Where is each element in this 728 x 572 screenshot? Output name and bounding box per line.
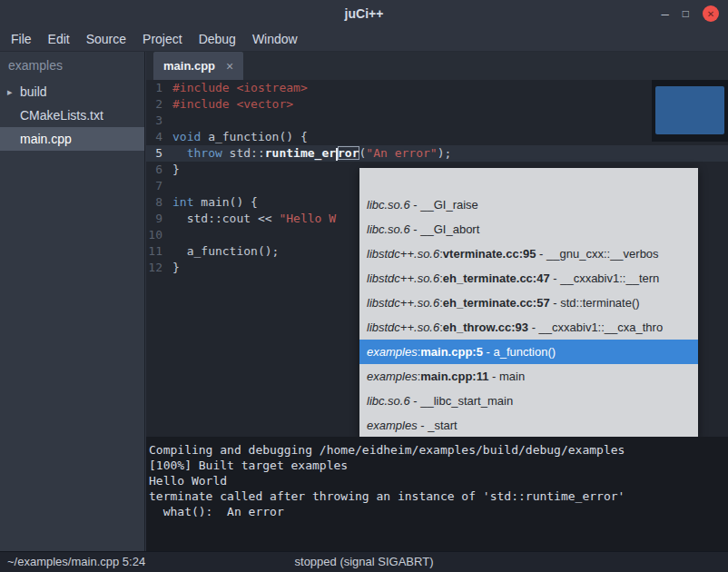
callstack-part: eh_terminate.cc:57 — [443, 296, 550, 310]
tree-item-cmakelists.txt[interactable]: CMakeLists.txt — [0, 104, 144, 127]
line-number: 10 — [146, 227, 170, 243]
minimize-icon[interactable]: – — [661, 9, 668, 18]
close-icon[interactable]: ✕ — [703, 5, 719, 22]
code-text: int main() { — [170, 194, 258, 211]
line-number: 11 — [146, 243, 170, 260]
code-segment: "Hello W — [279, 212, 336, 225]
callstack-row-5[interactable]: libstdc++.so.6:eh_terminate.cc:57 - std:… — [359, 291, 698, 315]
line-number: 2 — [146, 96, 170, 113]
code-segment: std::cout << — [172, 212, 279, 225]
project-name: examples — [0, 52, 144, 80]
line-number: 12 — [146, 260, 170, 276]
code-line-1[interactable]: 1#include <iostream> — [146, 80, 728, 96]
code-text: void a_function() { — [170, 129, 308, 145]
titlebar[interactable]: juCi++ – □ ✕ — [0, 0, 728, 27]
code-line-5[interactable]: 5 throw std::runtime_error("An error"); — [146, 145, 728, 162]
callstack-row-7[interactable]: examples:main.cpp:5 - a_function() — [359, 340, 698, 364]
tree-item-main.cpp[interactable]: main.cpp — [0, 127, 144, 151]
code-line-4[interactable]: 4void a_function() { — [146, 129, 728, 145]
window-controls: – □ ✕ — [661, 0, 719, 27]
overlay-selection — [655, 86, 724, 134]
callstack-part: - __cxxabiv1::__cxa_thro — [528, 321, 663, 334]
callstack-part: examples — [367, 370, 418, 383]
console-panel[interactable]: Compiling and debugging /home/eidheim/ex… — [146, 437, 728, 551]
console-line: Hello World — [149, 473, 728, 488]
tab-close-icon[interactable]: × — [226, 59, 233, 74]
code-text: a_function(); — [170, 243, 279, 260]
code-segment: main() { — [193, 195, 257, 209]
line-number: 9 — [146, 211, 170, 227]
code-segment: } — [172, 163, 180, 176]
status-file-position: ~/examples/main.cpp 5:24 — [7, 552, 145, 572]
menu-project[interactable]: Project — [134, 27, 191, 51]
code-line-2[interactable]: 2#include <vector> — [146, 96, 728, 113]
tab-label: main.cpp — [163, 59, 215, 73]
callstack-part: libstdc++.so.6 — [367, 247, 439, 261]
callstack-list: libc.so.6 - __GI_raiselibc.so.6 - __GI_a… — [359, 168, 698, 438]
line-number: 4 — [146, 129, 170, 145]
menu-debug[interactable]: Debug — [191, 27, 244, 51]
callstack-row-4[interactable]: libstdc++.so.6:eh_terminate.cc:47 - __cx… — [359, 266, 698, 291]
code-segment: a_function(); — [172, 244, 279, 258]
menubar-items: FileEditSourceProjectDebugWindow — [0, 27, 728, 52]
menu-window[interactable]: Window — [244, 27, 306, 51]
callstack-part: libstdc++.so.6 — [367, 321, 439, 334]
console-line: what(): An error — [149, 504, 728, 519]
console-line: terminate called after throwing an insta… — [149, 488, 728, 504]
callstack-part: - _start — [418, 419, 457, 432]
callstack-row-9[interactable]: libc.so.6 - __libc_start_main — [359, 389, 698, 413]
callstack-row-2[interactable]: libc.so.6 - __GI_abort — [359, 217, 698, 242]
callstack-part: libstdc++.so.6 — [367, 271, 439, 285]
callstack-part: vterminate.cc:95 — [443, 247, 536, 261]
code-segment: ); — [438, 146, 452, 160]
code-segment: } — [172, 261, 180, 274]
line-number: 3 — [146, 113, 170, 129]
callstack-row-8[interactable]: examples:main.cpp:11 - main — [359, 364, 698, 389]
callstack-part: examples — [367, 345, 418, 359]
code-text: std::cout << "Hello W — [170, 211, 336, 227]
line-number: 7 — [146, 178, 170, 194]
code-text: #include <vector> — [170, 96, 293, 113]
menu-edit[interactable]: Edit — [40, 27, 78, 51]
line-number: 6 — [146, 162, 170, 178]
code-text: #include <iostream> — [170, 80, 308, 96]
callstack-part: libstdc++.so.6 — [367, 296, 439, 310]
code-text — [170, 113, 172, 129]
line-number: 8 — [146, 194, 170, 211]
overlay-panel — [652, 80, 728, 142]
menu-source[interactable]: Source — [78, 27, 134, 51]
tree-item-label: CMakeLists.txt — [20, 108, 103, 123]
menu-file[interactable]: File — [3, 27, 40, 51]
callstack-row-0[interactable] — [359, 168, 698, 192]
callstack-row-3[interactable]: libstdc++.so.6:vterminate.cc:95 - __gnu_… — [359, 242, 698, 266]
maximize-icon[interactable]: □ — [683, 7, 689, 20]
callstack-part: - __gnu_cxx::__verbos — [536, 247, 658, 261]
tab-main-cpp[interactable]: main.cpp × — [153, 52, 243, 80]
callstack-part: libc.so.6 — [367, 198, 410, 212]
callstack-part: - main — [488, 370, 525, 383]
code-segment: runtime_er — [265, 146, 336, 160]
code-line-3[interactable]: 3 — [146, 113, 728, 129]
code-segment: void — [172, 130, 201, 143]
file-tree: ▸buildCMakeLists.txtmain.cpp — [0, 80, 144, 151]
line-number: 5 — [146, 145, 170, 162]
code-segment: "An error" — [366, 146, 437, 160]
code-text: } — [170, 162, 180, 178]
callstack-part: main.cpp:5 — [420, 345, 483, 359]
callstack-part: - __libc_start_main — [410, 394, 513, 408]
callstack-row-6[interactable]: libstdc++.so.6:eh_throw.cc:93 - __cxxabi… — [359, 315, 698, 340]
code-segment: #include <iostream> — [172, 81, 308, 94]
tabbar: main.cpp × — [146, 52, 728, 80]
tree-item-label: main.cpp — [20, 132, 72, 146]
callstack-row-1[interactable]: libc.so.6 - __GI_raise — [359, 192, 698, 217]
code-segment: int — [172, 195, 193, 209]
code-text — [170, 178, 172, 194]
callstack-part: - a_function() — [483, 345, 556, 359]
chevron-right-icon[interactable]: ▸ — [7, 86, 20, 98]
tree-item-build[interactable]: ▸build — [0, 80, 144, 104]
file-browser-sidebar: examples ▸buildCMakeLists.txtmain.cpp — [0, 52, 145, 551]
callstack-part: eh_terminate.cc:47 — [443, 271, 550, 285]
callstack-part: eh_throw.cc:93 — [443, 321, 528, 334]
code-segment: std:: — [222, 146, 265, 160]
callstack-row-10[interactable]: examples - _start — [359, 413, 698, 438]
